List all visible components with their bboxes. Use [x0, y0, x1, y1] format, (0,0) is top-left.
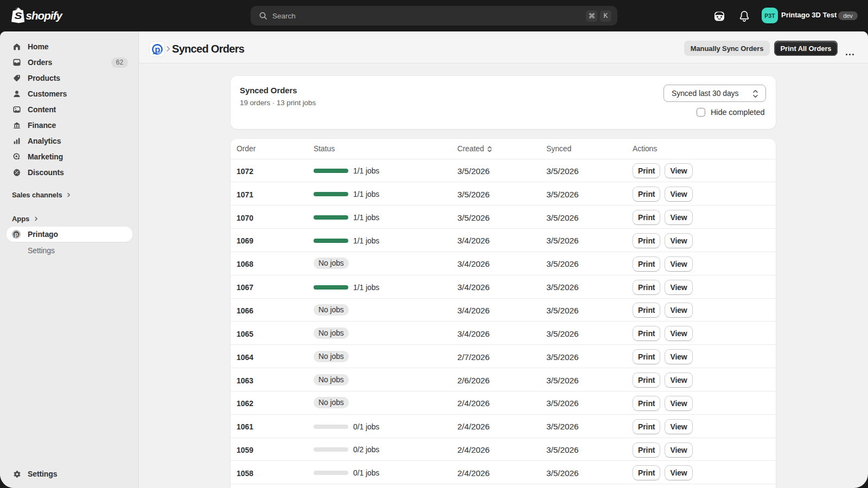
svg-text:S: S	[14, 11, 22, 21]
svg-text:shopify: shopify	[26, 9, 63, 22]
svg-text:p: p	[155, 44, 160, 54]
svg-text:p: p	[15, 231, 18, 237]
